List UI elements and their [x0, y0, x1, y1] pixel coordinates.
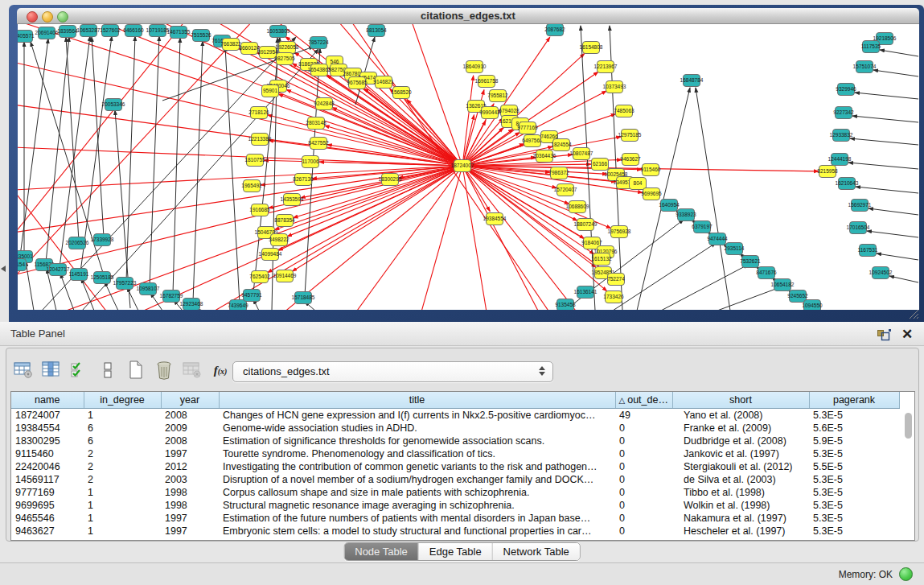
delete-column-icon[interactable]: [152, 357, 176, 383]
network-node[interactable]: 117006: [302, 156, 319, 168]
network-node[interactable]: 8427552: [308, 138, 329, 150]
network-node[interactable]: 8660124: [239, 43, 260, 55]
network-node[interactable]: 1810755: [244, 154, 265, 167]
network-node[interactable]: 1145191: [69, 269, 89, 281]
table-row[interactable]: 977716911998Corpus callosum shape and si…: [11, 486, 899, 499]
network-node[interactable]: 752274: [607, 274, 625, 286]
column-header-pagerank[interactable]: pagerank: [809, 392, 899, 409]
network-node[interactable]: 10373493: [603, 81, 626, 93]
network-node[interactable]: 3498222: [269, 234, 290, 246]
network-node[interactable]: 15718485: [292, 292, 315, 304]
network-node[interactable]: 1615132: [591, 253, 612, 266]
network-node[interactable]: 2087682: [544, 24, 565, 36]
network-node[interactable]: 9990443: [479, 107, 500, 119]
network-node[interactable]: 9777169: [517, 122, 538, 134]
network-node[interactable]: 15720407: [554, 184, 577, 196]
network-node[interactable]: 14099484: [259, 249, 282, 261]
float-window-icon[interactable]: [876, 326, 893, 342]
vertical-scrollbar[interactable]: [905, 413, 912, 439]
citation-network-graph[interactable]: 5405571206914061839564106532871527602646…: [18, 24, 919, 310]
network-node[interactable]: 9115460: [641, 164, 661, 176]
network-node[interactable]: 16782759: [160, 290, 183, 303]
splitter-collapse-icon[interactable]: [1, 266, 6, 272]
network-node[interactable]: 2803148: [306, 117, 326, 130]
column-header-year[interactable]: year: [161, 392, 219, 409]
network-window-titlebar[interactable]: citations_edges.txt: [17, 8, 919, 24]
table-row[interactable]: 1456911722003Disruption of a novel membe…: [11, 473, 899, 486]
network-node[interactable]: 9146821: [373, 76, 394, 89]
network-node[interactable]: 9457791: [241, 290, 262, 302]
close-icon[interactable]: ✕: [898, 326, 916, 342]
network-node[interactable]: 7663822: [220, 39, 241, 51]
network-node[interactable]: 1527602: [100, 25, 121, 37]
memory-status-icon[interactable]: [899, 567, 913, 581]
network-node[interactable]: 1094550: [802, 300, 823, 311]
select-all-icon[interactable]: [68, 357, 92, 383]
network-node[interactable]: 10653287: [77, 25, 101, 37]
network-node[interactable]: 62166: [592, 159, 609, 171]
network-node[interactable]: 7986372: [548, 167, 569, 179]
network-node[interactable]: 10924502: [869, 267, 893, 279]
network-node[interactable]: 7532621: [740, 256, 761, 268]
table-row[interactable]: 946554611997Estimation of the future num…: [11, 512, 899, 525]
network-node[interactable]: 9242848: [314, 98, 335, 110]
network-node[interactable]: 8878354: [274, 215, 295, 227]
network-node[interactable]: 9699695: [641, 188, 662, 200]
table-row[interactable]: 911546021997Tourette syndrome. Phenomeno…: [11, 447, 899, 460]
network-node[interactable]: 20364436: [533, 150, 556, 163]
network-node[interactable]: 10914469: [273, 270, 297, 282]
network-node[interactable]: 9329946: [836, 84, 856, 96]
network-node[interactable]: 1117535: [861, 41, 881, 53]
network-node[interactable]: 1824554: [551, 139, 572, 151]
network-node[interactable]: 17339928: [91, 234, 114, 246]
table-mode-icon[interactable]: [11, 357, 35, 383]
table-row[interactable]: 1872400712008Changes of HCN gene express…: [11, 409, 899, 422]
function-builder-icon[interactable]: f(x): [208, 357, 232, 383]
column-header-short[interactable]: short: [672, 392, 809, 409]
network-node[interactable]: 10958107: [137, 283, 160, 295]
network-node[interactable]: 16136141: [574, 286, 598, 299]
network-node[interactable]: 1640954: [659, 200, 680, 212]
network-node[interactable]: 19384554: [483, 213, 507, 225]
network-node[interactable]: 8471676: [756, 267, 777, 279]
network-node[interactable]: 9675685: [347, 77, 368, 89]
network-node[interactable]: 16961758: [475, 76, 499, 88]
column-header-in-degree[interactable]: in_degree: [84, 392, 161, 409]
network-node[interactable]: 2718126: [248, 107, 269, 119]
network-node[interactable]: 14671355: [167, 27, 191, 39]
network-node[interactable]: 12505185: [91, 272, 114, 284]
network-node[interactable]: 16154808: [580, 42, 603, 54]
network-node[interactable]: 7857224: [308, 37, 329, 49]
network-node[interactable]: 10807487: [570, 148, 593, 160]
network-node[interactable]: 18300295: [379, 174, 402, 186]
table-selector-dropdown[interactable]: citations_edges.txt: [232, 361, 553, 382]
network-node[interactable]: 7955812: [487, 90, 508, 102]
network-node[interactable]: 8813054: [366, 25, 387, 37]
tab-network-table[interactable]: Network Table: [493, 543, 580, 560]
network-node[interactable]: 1839564: [57, 26, 78, 38]
network-node[interactable]: 7485063: [614, 105, 634, 117]
tab-edge-table[interactable]: Edge Table: [419, 543, 493, 560]
network-node[interactable]: 7515526: [191, 30, 211, 42]
network-node[interactable]: 10719185: [146, 25, 170, 37]
network-node[interactable]: 95901: [262, 85, 279, 97]
network-node[interactable]: 1167531: [858, 245, 878, 257]
network-node[interactable]: 8215958: [817, 166, 838, 178]
network-node[interactable]: 17957223: [113, 278, 137, 290]
network-node[interactable]: 16210643: [836, 178, 859, 190]
network-view-canvas[interactable]: 5405571206914061839564106532871527602646…: [18, 24, 919, 310]
network-node[interactable]: 1916685: [249, 204, 270, 216]
tab-node-table[interactable]: Node Table: [344, 543, 419, 560]
network-node[interactable]: 39154: [18, 259, 27, 271]
table-row[interactable]: 1830029562008Estimation of significance …: [11, 435, 899, 447]
network-node[interactable]: 10688609: [566, 201, 589, 213]
table-row[interactable]: 2242004622012Investigating the contribut…: [11, 460, 899, 473]
network-node[interactable]: 14353594: [281, 194, 304, 206]
network-node[interactable]: 2935114: [725, 243, 745, 255]
clear-selection-icon[interactable]: [96, 357, 120, 383]
column-header-out-de-[interactable]: △out_de…: [615, 392, 672, 409]
network-node[interactable]: 804: [630, 178, 647, 190]
network-node[interactable]: 16053809: [267, 26, 290, 38]
network-node[interactable]: 9474444: [707, 233, 728, 245]
network-node[interactable]: 12213389: [248, 134, 272, 146]
